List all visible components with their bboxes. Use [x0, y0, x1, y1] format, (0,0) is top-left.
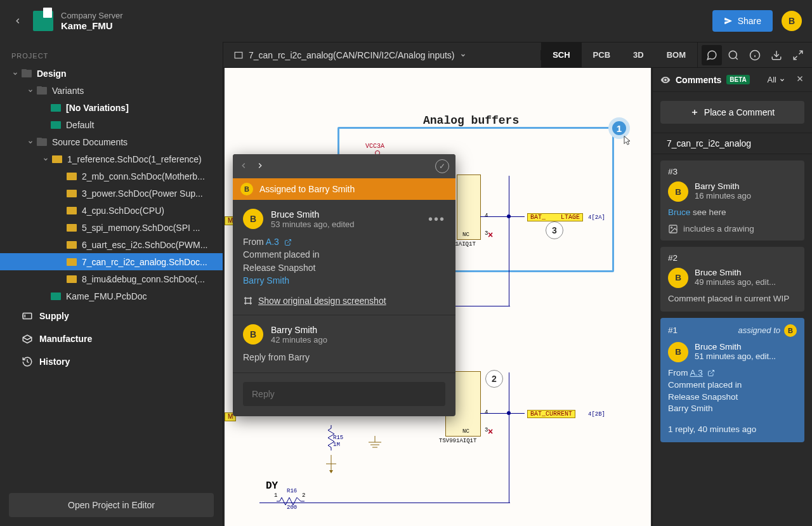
drawing-indicator: includes a drawing — [668, 224, 797, 234]
assignee-avatar: B — [240, 183, 253, 195]
opamp-1 — [457, 174, 481, 240]
popup-header: ✓ — [233, 154, 455, 178]
schematic-canvas[interactable]: Analog buffers VCC3A M 91AIQ1T NC 4 3 × — [225, 68, 651, 526]
project-sidebar: PROJECT Design Variants [No Variations] — [0, 42, 223, 526]
tab-bom[interactable]: BOM — [655, 43, 697, 67]
tree-doc-imu[interactable]: 8_imu&debug_conn.SchDoc(... — [0, 270, 223, 287]
net-bat-voltage: BAT_ LTAGE — [527, 213, 583, 221]
user-mention-link[interactable]: Bruce — [668, 207, 690, 217]
comment-timestamp: 53 minutes ago, edited — [271, 220, 355, 229]
svg-line-27 — [710, 370, 714, 374]
reply-timestamp: 42 minutes ago — [271, 335, 327, 345]
author-avatar: B — [668, 181, 688, 202]
tree-default-variant[interactable]: Default — [0, 116, 223, 133]
close-panel-icon[interactable] — [796, 74, 804, 85]
project-name: Kame_FMU — [61, 20, 712, 31]
tree-design[interactable]: Design — [0, 65, 223, 82]
user-mention-link[interactable]: Barry Smith — [243, 275, 289, 286]
comment-marker-3[interactable]: 3 — [546, 221, 563, 239]
tree-source-docs[interactable]: Source Documents — [0, 133, 223, 150]
next-comment-icon[interactable] — [256, 160, 265, 173]
section-manufacture[interactable]: Manufacture — [0, 327, 223, 350]
view-tabs: SCH PCB 3D BOM — [541, 43, 697, 67]
net-bat-current: BAT_CURRENT — [527, 410, 575, 418]
reply-count: 1 reply, 40 minutes ago — [668, 424, 797, 436]
svg-point-26 — [671, 227, 672, 228]
tree-doc-uart[interactable]: 6_uart_esc_i2c.SchDoc(PWM... — [0, 236, 223, 253]
comment-author-name: Bruce Smith — [271, 209, 355, 220]
r16-ref: R16 — [287, 488, 297, 494]
comment-card-2[interactable]: #2 B Bruce Smith 49 minutes ago, edit...… — [660, 247, 804, 312]
section-history[interactable]: History — [0, 350, 223, 373]
author-avatar: B — [668, 268, 688, 288]
show-screenshot-link[interactable]: Show original design screenshot — [243, 296, 445, 306]
tree-doc-cpu[interactable]: 4_cpu.SchDoc(CPU) — [0, 202, 223, 219]
back-button[interactable] — [10, 13, 25, 29]
svg-line-20 — [287, 240, 291, 244]
svg-rect-3 — [235, 52, 242, 58]
document-selector[interactable]: 7_can_rc_i2c_analog(CAN/RCIN/I2C/Analog … — [223, 50, 541, 60]
beta-badge: BETA — [726, 75, 749, 84]
project-tree: Design Variants [No Variations] Default — [0, 65, 223, 484]
tree-doc-can[interactable]: 7_can_rc_i2c_analog.SchDoc... — [0, 253, 223, 270]
comment-card-3[interactable]: #3 B Barry Smith 16 minutes ago Bruce se… — [660, 161, 804, 240]
project-icon — [33, 11, 53, 31]
tree-doc-reference[interactable]: 1_reference.SchDoc(1_reference) — [0, 150, 223, 168]
user-avatar[interactable]: B — [782, 11, 802, 31]
comments-filter-dropdown[interactable]: All — [768, 75, 785, 84]
tree-doc-spi[interactable]: 5_spi_memory.SchDoc(SPI ... — [0, 219, 223, 236]
main-area: 7_can_rc_i2c_analog(CAN/RCIN/I2C/Analog … — [223, 42, 812, 526]
version-link[interactable]: A.3 — [266, 237, 279, 247]
reply-input[interactable] — [243, 382, 445, 406]
open-in-editor-button[interactable]: Open Project in Editor — [9, 493, 214, 517]
place-comment-button[interactable]: Place a Comment — [660, 101, 804, 124]
assignee-avatar: B — [784, 324, 797, 337]
version-link[interactable]: A.3 — [690, 368, 703, 378]
section-supply[interactable]: Supply — [0, 305, 223, 327]
tab-3d[interactable]: 3D — [622, 43, 655, 67]
svg-line-5 — [735, 57, 737, 59]
search-icon[interactable] — [723, 45, 743, 65]
document-toolbar: 7_can_rc_i2c_analog(CAN/RCIN/I2C/Analog … — [223, 43, 812, 68]
tab-pcb[interactable]: PCB — [582, 43, 622, 67]
comments-panel-header: Comments BETA All — [653, 68, 812, 92]
prev-comment-icon[interactable] — [239, 160, 248, 173]
download-icon[interactable] — [766, 45, 787, 65]
svg-line-11 — [794, 56, 797, 59]
tree-doc-mb[interactable]: 2_mb_conn.SchDoc(Motherb... — [0, 168, 223, 185]
sidebar-header: PROJECT — [0, 42, 223, 65]
share-button[interactable]: Share — [712, 10, 773, 32]
app-header: Company Server Kame_FMU Share B — [0, 0, 812, 42]
resolve-comment-icon[interactable]: ✓ — [435, 159, 449, 173]
comment-body: From A.3 Comment placed in Release Snaps… — [243, 235, 445, 287]
tree-no-variations[interactable]: [No Variations] — [0, 99, 223, 116]
comment-author-avatar: B — [243, 209, 263, 229]
tree-doc-power[interactable]: 3_power.SchDoc(Power Sup... — [0, 185, 223, 202]
svg-line-10 — [799, 51, 802, 54]
reply-author-avatar: B — [243, 324, 263, 345]
comment-marker-1[interactable]: 1 — [608, 117, 630, 139]
vcc-label: VCC3A — [365, 143, 384, 150]
comments-doc-header: 7_can_rc_i2c_analog — [653, 133, 812, 154]
comment-thread-popup: ✓ B Assigned to Barry Smith B Bruce Smit… — [233, 154, 455, 416]
tree-variants[interactable]: Variants — [0, 82, 223, 99]
comment-more-icon[interactable]: ••• — [428, 212, 445, 227]
svg-point-4 — [729, 51, 737, 58]
svg-marker-19 — [329, 470, 333, 473]
svg-rect-0 — [23, 313, 32, 319]
comments-panel: Comments BETA All Place a Comment — [652, 68, 812, 526]
assigned-banner: B Assigned to Barry Smith — [233, 178, 455, 200]
comment-marker-2[interactable]: 2 — [485, 370, 503, 388]
project-titles: Company Server Kame_FMU — [61, 11, 712, 31]
info-icon[interactable] — [745, 45, 765, 65]
schematic-title: Analog buffers — [423, 114, 519, 127]
reply-author-name: Barry Smith — [271, 325, 327, 335]
author-avatar: B — [668, 342, 688, 362]
fullscreen-icon[interactable] — [788, 45, 808, 65]
comment-card-1[interactable]: #1 assigned to B B Bruce Smith 51 minute… — [660, 318, 804, 442]
workspace-name: Company Server — [61, 11, 712, 20]
r15-ref: R15 — [333, 435, 343, 441]
tree-doc-pcb[interactable]: Kame_FMU.PcbDoc — [0, 287, 223, 305]
comments-icon[interactable] — [702, 45, 722, 65]
tab-sch[interactable]: SCH — [541, 43, 581, 67]
